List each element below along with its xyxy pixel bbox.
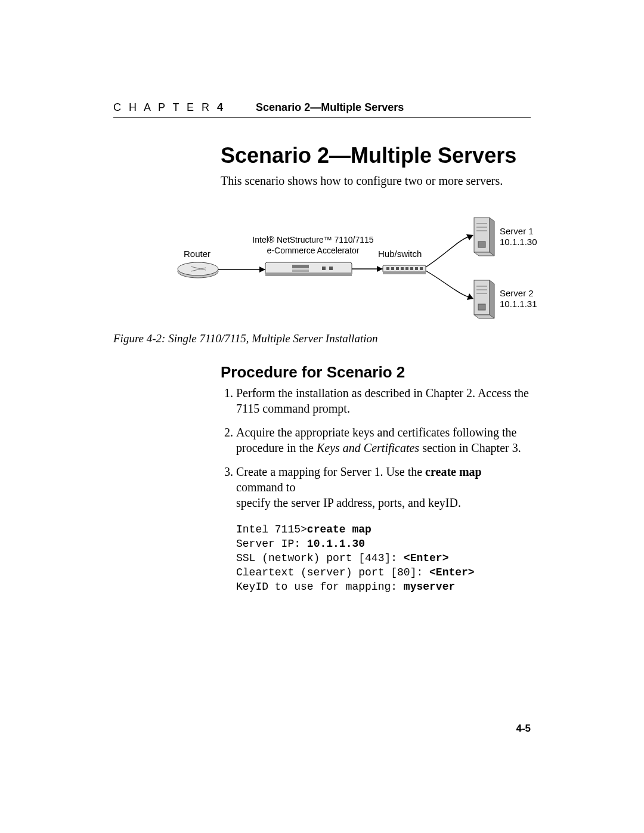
step-1-text-a: Perform the installation as described in… — [236, 386, 529, 400]
svg-marker-5 — [259, 267, 265, 272]
running-header: C H A P T E R 4 Scenario 2—Multiple Serv… — [113, 101, 531, 118]
accelerator-icon — [265, 262, 352, 276]
code-l3-label: SSL (network) port [443]: — [236, 552, 404, 564]
section-name: Scenario 2—Multiple Servers — [256, 101, 404, 114]
step-2-text-a: Acquire the appropriate keys and certifi… — [236, 426, 516, 439]
server2-icon — [474, 280, 494, 318]
step-3-text-c: command to — [236, 481, 295, 494]
router-label: Router — [184, 249, 210, 259]
chapter-label: C H A P T E R 4 — [113, 101, 223, 114]
server1-name: Server 1 — [500, 226, 534, 237]
code-l2-label: Server IP: — [236, 538, 307, 550]
diagram-svg — [173, 212, 543, 319]
step-2: Acquire the appropriate keys and certifi… — [236, 425, 531, 456]
chapter-word: C H A P T E R — [113, 101, 212, 113]
device-label-2: e-Commerce Accelerator — [244, 245, 382, 256]
server2-name: Server 2 — [500, 288, 534, 299]
hub-icon — [383, 265, 426, 274]
svg-rect-7 — [265, 272, 352, 276]
intro-paragraph: This scenario shows how to configure two… — [221, 174, 531, 188]
step-3-text-a: Create a mapping for Server 1. Use the — [236, 465, 425, 478]
page: C H A P T E R 4 Scenario 2—Multiple Serv… — [0, 0, 644, 833]
figure-caption: Figure 4-2: Single 7110/7115, Multiple S… — [113, 332, 531, 345]
svg-rect-17 — [391, 267, 394, 270]
svg-marker-13 — [377, 266, 383, 272]
server2-ip: 10.1.1.31 — [500, 299, 537, 309]
step-2-text-b: procedure in the — [236, 441, 317, 454]
svg-rect-9 — [292, 270, 309, 272]
step-3-text-d: specify the server IP address, ports, an… — [236, 496, 461, 509]
network-diagram: Router Intel® NetStructure™ 7110/7115 e-… — [173, 212, 543, 319]
svg-rect-16 — [386, 267, 389, 270]
code-l1-prompt: Intel 7115> — [236, 524, 307, 535]
svg-rect-18 — [396, 267, 399, 270]
step-3-bold: create map — [425, 465, 482, 478]
procedure-list: Perform the installation as described in… — [221, 385, 531, 510]
code-block: Intel 7115>create map Server IP: 10.1.1.… — [236, 522, 531, 594]
step-3: Create a mapping for Server 1. Use the c… — [236, 464, 531, 510]
svg-marker-27 — [490, 218, 494, 256]
device-label-1: Intel® NetStructure™ 7110/7115 — [244, 234, 382, 245]
server1-ip: 10.1.1.30 — [500, 237, 537, 247]
code-l5-val: myserver — [404, 581, 455, 593]
svg-rect-39 — [478, 304, 485, 310]
code-l1-cmd: create map — [307, 524, 371, 535]
svg-rect-8 — [292, 265, 309, 268]
router-icon — [178, 262, 218, 278]
chapter-number: 4 — [217, 101, 223, 113]
svg-rect-15 — [383, 271, 426, 274]
code-l4-label: Cleartext (server) port [80]: — [236, 566, 429, 578]
server1-icon — [474, 218, 494, 256]
svg-rect-10 — [322, 267, 326, 270]
svg-rect-23 — [420, 267, 423, 270]
page-title: Scenario 2—Multiple Servers — [221, 143, 531, 168]
svg-rect-22 — [415, 267, 418, 270]
page-number: 4-5 — [516, 723, 531, 735]
step-2-italic: Keys and Certificates — [317, 441, 419, 454]
code-l4-val: <Enter> — [429, 566, 475, 578]
step-2-text-d: section in Chapter 3. — [419, 441, 521, 454]
svg-rect-20 — [405, 267, 408, 270]
step-1-text-b: 7115 command prompt. — [236, 402, 350, 415]
svg-rect-19 — [401, 267, 404, 270]
code-l2-val: 10.1.1.30 — [307, 538, 365, 550]
code-l3-val: <Enter> — [404, 552, 449, 564]
code-l5-label: KeyID to use for mapping: — [236, 581, 404, 593]
svg-rect-21 — [410, 267, 413, 270]
procedure-heading: Procedure for Scenario 2 — [221, 363, 531, 382]
svg-point-1 — [178, 262, 218, 275]
svg-rect-11 — [329, 267, 333, 270]
svg-rect-32 — [478, 241, 485, 247]
svg-marker-34 — [490, 280, 494, 318]
step-1: Perform the installation as described in… — [236, 385, 531, 416]
hub-label: Hub/switch — [378, 249, 422, 259]
content-column: Scenario 2—Multiple Servers This scenari… — [221, 143, 531, 594]
